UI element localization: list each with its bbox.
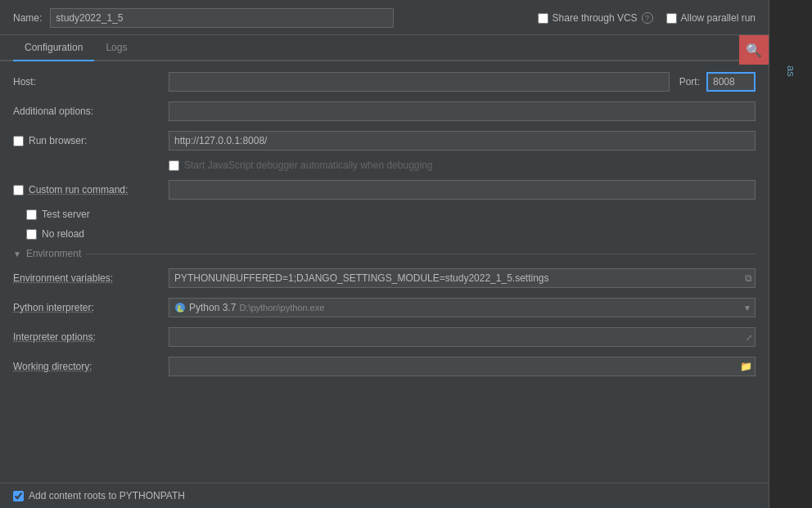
python-interpreter-label: Python interpreter: <box>13 302 169 313</box>
working-directory-label: Working directory: <box>13 361 169 372</box>
name-input[interactable] <box>50 8 394 28</box>
port-input[interactable] <box>706 72 756 92</box>
custom-run-label: Custom run command: <box>29 184 184 196</box>
no-reload-checkbox[interactable] <box>26 229 37 240</box>
share-vcs-item: Share through VCS ? <box>538 12 653 24</box>
working-directory-input[interactable] <box>169 357 756 376</box>
tabs-row: Configuration Logs 🔍 <box>0 35 769 61</box>
right-panel-text: as <box>785 65 797 77</box>
env-vars-input-wrap: ⧉ <box>169 268 756 288</box>
additional-options-input[interactable] <box>169 101 756 121</box>
working-directory-row: Working directory: 📁 <box>13 356 756 377</box>
port-group: Port: <box>679 72 756 92</box>
allow-parallel-item: Allow parallel run <box>666 12 756 24</box>
copy-icon[interactable]: ⧉ <box>745 272 752 284</box>
environment-section-header: ▼ Environment <box>13 248 756 259</box>
test-server-checkbox[interactable] <box>26 209 37 220</box>
python-icon: 🐍 <box>174 302 186 313</box>
expand-icon[interactable]: ⤢ <box>746 333 752 342</box>
chevron-down-icon: ▼ <box>743 303 751 312</box>
share-vcs-checkbox[interactable] <box>538 13 548 24</box>
triangle-down-icon: ▼ <box>13 250 21 258</box>
interpreter-options-label: Interpreter options: <box>13 331 169 343</box>
run-browser-row: Run browser: <box>13 130 756 151</box>
js-debugger-row: Start JavaScript debugger automatically … <box>13 160 756 171</box>
host-label: Host: <box>13 76 169 88</box>
custom-run-row: Custom run command: <box>13 179 756 200</box>
bottom-checkbox-row: Add content roots to PYTHONPATH <box>0 483 769 508</box>
test-server-label: Test server <box>42 209 90 220</box>
js-debugger-checkbox[interactable] <box>169 160 179 171</box>
folder-icon[interactable]: 📁 <box>740 361 752 372</box>
allow-parallel-label: Allow parallel run <box>681 12 756 24</box>
port-label: Port: <box>679 76 700 88</box>
interpreter-options-input[interactable] <box>169 327 756 347</box>
custom-run-input[interactable] <box>169 180 756 200</box>
tab-logs[interactable]: Logs <box>94 35 138 61</box>
js-debugger-wrap: Start JavaScript debugger automatically … <box>169 160 433 171</box>
additional-options-label: Additional options: <box>13 106 169 117</box>
svg-text:🐍: 🐍 <box>176 304 184 312</box>
interpreter-options-row: Interpreter options: ⤢ <box>13 326 756 348</box>
python-interpreter-row: Python interpreter: 🐍 Python 3.7 D:\pyth… <box>13 297 756 318</box>
search-button[interactable]: 🔍 <box>739 35 769 65</box>
host-input[interactable] <box>169 72 670 92</box>
help-icon[interactable]: ? <box>642 12 653 24</box>
run-browser-label: Run browser: <box>29 135 87 146</box>
additional-options-row: Additional options: <box>13 101 756 122</box>
custom-run-label-wrap: Custom run command: <box>13 184 169 196</box>
name-row: Name: Share through VCS ? Allow parallel… <box>0 0 769 35</box>
custom-run-checkbox[interactable] <box>13 185 24 196</box>
interpreter-path: D:\python\python.exe <box>239 303 324 312</box>
no-reload-row: No reload <box>13 228 756 240</box>
test-server-row: Test server <box>13 209 756 220</box>
working-directory-wrap: 📁 <box>169 357 756 376</box>
run-browser-label-wrap: Run browser: <box>13 135 169 146</box>
interpreter-name: Python 3.7 <box>189 302 236 313</box>
run-browser-checkbox[interactable] <box>13 136 24 146</box>
interpreter-options-wrap: ⤢ <box>169 327 756 347</box>
env-vars-row: Environment variables: ⧉ <box>13 267 756 289</box>
environment-section-label: Environment <box>26 248 81 259</box>
allow-parallel-checkbox[interactable] <box>666 13 677 24</box>
add-content-roots-label: Add content roots to PYTHONPATH <box>29 490 185 501</box>
content-area: Host: Port: Additional options: Run brow… <box>0 61 769 483</box>
run-browser-input[interactable] <box>169 131 756 151</box>
checkboxes-row: Share through VCS ? Allow parallel run <box>538 12 756 24</box>
host-port-row: Host: Port: <box>13 71 756 92</box>
add-content-roots-checkbox[interactable] <box>13 491 24 501</box>
tab-configuration[interactable]: Configuration <box>13 35 94 61</box>
env-vars-input[interactable] <box>169 268 756 288</box>
search-icon: 🔍 <box>746 43 762 58</box>
python-interpreter-select[interactable]: 🐍 Python 3.7 D:\python\python.exe ▼ <box>169 298 756 317</box>
right-panel: as <box>769 0 812 508</box>
name-label: Name: <box>13 12 42 24</box>
js-debugger-label: Start JavaScript debugger automatically … <box>184 160 433 171</box>
main-panel: Name: Share through VCS ? Allow parallel… <box>0 0 769 508</box>
share-vcs-label: Share through VCS <box>553 12 638 24</box>
env-vars-label: Environment variables: <box>13 272 169 284</box>
no-reload-label: No reload <box>42 228 84 240</box>
